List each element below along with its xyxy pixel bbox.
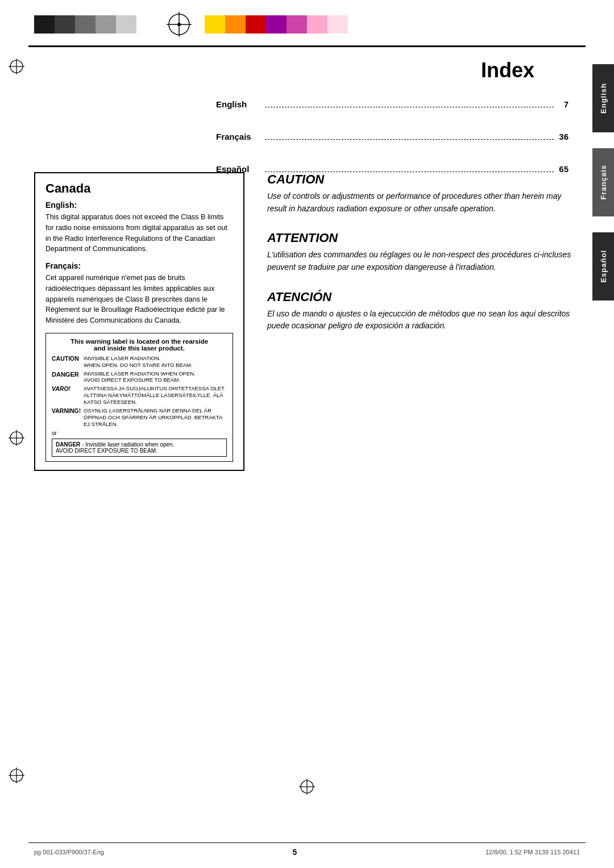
swatch-lightgray [116,15,136,34]
warning-text-danger: INVISIBLE LASER RADIATION WHEN OPEN.AVOI… [84,370,196,384]
footer-left: pg 001-033/P900/37-Eng [34,849,104,856]
warning-row-caution: CAUTION INVISIBLE LASER RADIATION.WHEN O… [52,355,227,369]
swatch-red [246,15,266,34]
swatch-gray [75,15,96,34]
reg-mark-midleft [9,430,24,448]
canada-francais-text: Cet appareil numérique n'emet pas de bru… [45,273,233,326]
notice-atencion: ATENCIÓN El uso de mando o ajustes o la … [267,290,580,332]
warning-text-caution: INVISIBLE LASER RADIATION.WHEN OPEN. DO … [84,355,193,369]
swatch-lightpink [327,15,348,34]
toc-dots-francais [265,139,554,140]
warning-title-line1: This warning label is located on the rea… [70,338,208,345]
tab-english-label: English [599,83,608,114]
canada-title: Canada [45,181,233,196]
swatch-pink [307,15,327,34]
swatch-magenta [287,15,307,34]
canada-box: Canada English: This digital apparatus d… [34,172,244,471]
swatch-black [34,15,55,34]
footer-page-number: 5 [292,848,297,857]
toc-dots-english [265,107,554,107]
tab-english[interactable]: English [592,64,614,132]
reg-mark-topleft [9,59,24,77]
warning-row-varo: VARO! AVATTAESSA JA SUOJALUKITUS OHITETT… [52,385,227,406]
reg-mark-bottomleft [9,767,24,786]
swatch-orange [225,15,246,34]
notice-caution: CAUTION Use of controls or adjustments o… [267,172,580,215]
toc-section: English 7 Français 36 Español 65 [216,99,569,174]
warning-label-box: This warning label is located on the rea… [45,333,233,462]
toc-page-english: 7 [557,99,569,109]
footer: pg 001-033/P900/37-Eng 5 12/8/00, 1:52 P… [0,843,614,857]
warning-keyword-danger: DANGER [52,370,84,378]
swatch-purple [266,15,287,34]
footer-right: 12/8/00, 1:52 PM 3139 115 20411 [486,849,580,856]
notice-attention-title: ATTENTION [267,231,580,245]
warning-text-varning: OSYNLIG LASERSTRÅLNING NÄR DENNA DEL ÄR … [84,407,227,428]
toc-entry-english: English 7 [216,99,569,109]
warning-label-title: This warning label is located on the rea… [52,338,227,352]
toc-entry-francais: Français 36 [216,132,569,141]
warning-text-varo: AVATTAESSA JA SUOJALUKITUS OHITETTAESSA … [84,385,227,406]
tab-francais[interactable]: Français [592,148,614,216]
crosshair-mark [165,10,193,39]
canada-english-text: This digital apparatus does not exceed t… [45,212,233,254]
swatch-midgray [96,15,116,34]
warning-keyword-varo: VARO! [52,385,84,393]
notice-attention: ATTENTION L'utilisation des commandes ou… [267,231,580,273]
notice-caution-text: Use of controls or adjustments or perfor… [267,190,580,215]
color-bar-left [34,15,136,34]
swatch-yellow [205,15,225,34]
or-separator: or [52,430,227,436]
notice-caution-title: CAUTION [267,172,580,187]
toc-label-english: English [216,99,262,109]
swatch-darkgray [55,15,75,34]
danger-bottom-box: DANGER - Invisible laser radiation when … [52,439,227,457]
tab-espanol[interactable]: Español [592,232,614,301]
page-body: English Français Español Index English 7… [0,47,614,831]
color-bar-right [205,15,348,34]
page-title: Index [34,59,534,82]
warning-keyword-caution: CAUTION [52,355,84,363]
canada-francais-heading: Français: [45,261,233,270]
warning-keyword-varning: VARNING! [52,407,84,415]
reg-mark-midbottom [299,779,315,797]
toc-label-francais: Français [216,132,262,141]
notice-atencion-title: ATENCIÓN [267,290,580,304]
warning-row-danger: DANGER INVISIBLE LASER RADIATION WHEN OP… [52,370,227,384]
warning-title-line2: and inside this laser product. [94,345,185,352]
notice-atencion-text: El uso de mando o ajustes o la ejecucció… [267,308,580,332]
canada-english-heading: English: [45,201,233,210]
svg-point-3 [177,23,181,26]
tab-francais-label: Français [599,165,608,199]
right-notices: CAUTION Use of controls or adjustments o… [267,172,580,348]
notice-attention-text: L'utilisation des commandes ou réglages … [267,249,580,273]
color-bar-section [0,0,614,39]
danger-bottom-keyword: DANGER [56,441,80,448]
tab-strip: English Français Español [592,47,614,305]
tab-espanol-label: Español [599,250,608,283]
warning-row-varning: VARNING! OSYNLIG LASERSTRÅLNING NÄR DENN… [52,407,227,428]
toc-page-francais: 36 [557,132,569,141]
